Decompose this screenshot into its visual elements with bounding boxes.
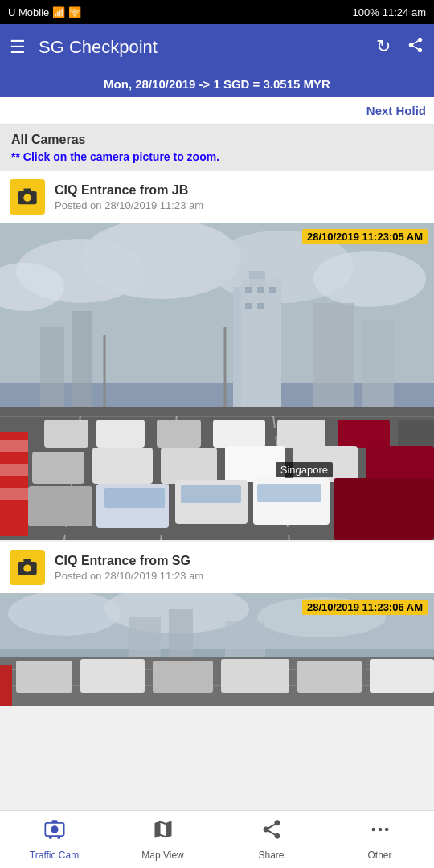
svg-rect-42	[161, 448, 217, 484]
status-bar-left: U Mobile 📶 🛜	[8, 6, 81, 18]
camera-timestamp-1: 28/10/2019 11:23:05 AM	[302, 229, 428, 244]
share-nav-icon	[260, 818, 283, 846]
status-bar-right: 100% 11:24 am	[353, 6, 426, 18]
svg-rect-17	[257, 303, 264, 309]
nav-item-other[interactable]: Other	[326, 811, 434, 868]
status-bar: U Mobile 📶 🛜 100% 11:24 am	[0, 0, 434, 24]
camera-name-2: CIQ Entrance from SG	[55, 554, 203, 568]
svg-rect-39	[398, 420, 434, 448]
camera-details-2: CIQ Entrance from SG Posted on 28/10/201…	[55, 554, 203, 582]
svg-point-82	[378, 828, 382, 832]
carrier-text: U Mobile	[8, 6, 49, 18]
other-icon	[369, 818, 391, 846]
cameras-title: All Cameras	[11, 133, 423, 147]
svg-point-77	[51, 825, 58, 833]
svg-point-8	[313, 251, 426, 307]
svg-rect-73	[297, 661, 362, 693]
camera-icon-2	[10, 550, 45, 585]
svg-rect-14	[257, 287, 264, 293]
svg-rect-32	[0, 488, 28, 500]
svg-rect-57	[23, 559, 31, 563]
svg-rect-18	[40, 327, 64, 407]
svg-rect-31	[0, 464, 28, 476]
nav-label-traffic-cam: Traffic Cam	[30, 850, 79, 861]
svg-rect-53	[257, 484, 321, 502]
app-bar-actions: ↻	[376, 36, 424, 59]
camera-details-1: CIQ Entrance from JB Posted on 28/10/201…	[55, 183, 203, 211]
svg-rect-33	[44, 420, 88, 448]
svg-rect-75	[0, 665, 12, 706]
svg-rect-71	[153, 661, 213, 693]
holiday-text: Next Holid	[366, 104, 426, 117]
svg-rect-46	[28, 486, 92, 526]
svg-rect-25	[0, 416, 434, 417]
holiday-banner[interactable]: Next Holid	[0, 97, 434, 125]
svg-rect-78	[51, 820, 57, 823]
camera-info-2: CIQ Entrance from SG Posted on 28/10/201…	[0, 542, 434, 593]
svg-point-81	[371, 828, 375, 832]
svg-rect-19	[72, 311, 92, 407]
camera-image-2[interactable]: 28/10/2019 11:23:06 AM	[0, 593, 434, 706]
svg-rect-45	[366, 446, 434, 482]
svg-rect-74	[370, 659, 434, 693]
camera-image-1[interactable]: 28/10/2019 11:23:05 AM Singapore	[0, 223, 434, 540]
camera-posted-2: Posted on 28/10/2019 11:23 am	[55, 570, 203, 582]
signal-icon: 📶	[52, 6, 65, 18]
svg-rect-79	[49, 836, 52, 839]
svg-point-83	[384, 828, 388, 832]
nav-label-share: Share	[258, 850, 284, 861]
svg-rect-70	[80, 659, 145, 693]
nav-item-map-view[interactable]: Map View	[108, 811, 217, 868]
svg-rect-50	[334, 478, 434, 540]
camera-info-1: CIQ Entrance from JB Posted on 28/10/201…	[0, 171, 434, 223]
svg-rect-16	[245, 303, 252, 309]
time-text: 11:24 am	[383, 6, 426, 18]
svg-rect-41	[92, 448, 153, 484]
svg-rect-69	[16, 661, 72, 693]
svg-rect-12	[241, 279, 281, 416]
camera-icon-1	[10, 179, 45, 215]
wifi-icon: 🛜	[68, 6, 81, 18]
nav-label-other: Other	[367, 850, 391, 861]
svg-rect-13	[245, 287, 252, 293]
svg-rect-52	[181, 485, 241, 503]
nav-item-share[interactable]: Share	[217, 811, 326, 868]
svg-rect-34	[96, 420, 145, 448]
refresh-icon[interactable]: ↻	[376, 36, 391, 59]
camera-card-2: CIQ Entrance from SG Posted on 28/10/201…	[0, 542, 434, 706]
svg-rect-36	[213, 420, 265, 448]
nav-item-traffic-cam[interactable]: Traffic Cam	[0, 811, 108, 868]
battery-text: 100%	[353, 6, 379, 18]
map-view-icon	[152, 818, 174, 846]
main-content: All Cameras ** Click on the camera pictu…	[0, 125, 434, 765]
svg-rect-30	[0, 440, 28, 452]
menu-icon[interactable]: ☰	[10, 37, 26, 58]
svg-point-56	[23, 565, 31, 572]
app-bar: ☰ SG Checkpoint ↻	[0, 24, 434, 71]
camera-label-singapore: Singapore	[276, 462, 333, 477]
svg-rect-2	[23, 189, 31, 192]
exchange-banner: Mon, 28/10/2019 -> 1 SGD = 3.0515 MYR	[0, 71, 434, 97]
traffic-cam-icon	[43, 818, 66, 846]
svg-rect-80	[57, 836, 60, 839]
svg-rect-20	[313, 303, 354, 416]
camera-posted-1: Posted on 28/10/2019 11:23 am	[55, 199, 203, 211]
camera-name-1: CIQ Entrance from JB	[55, 183, 203, 198]
svg-rect-15	[269, 287, 276, 293]
bottom-nav: Traffic Cam Map View Share Other	[0, 810, 434, 868]
svg-rect-72	[221, 659, 289, 693]
exchange-text: Mon, 28/10/2019 -> 1 SGD = 3.0515 MYR	[104, 77, 330, 91]
svg-rect-37	[277, 420, 326, 448]
nav-label-map-view: Map View	[141, 850, 183, 861]
cameras-hint: ** Click on the camera picture to zoom.	[11, 150, 423, 163]
app-title: SG Checkpoint	[39, 37, 376, 58]
svg-point-1	[23, 194, 31, 202]
svg-rect-21	[362, 319, 394, 416]
svg-rect-51	[104, 488, 165, 508]
camera-timestamp-2: 28/10/2019 11:23:06 AM	[302, 600, 428, 615]
svg-rect-38	[338, 420, 390, 448]
cameras-header: All Cameras ** Click on the camera pictu…	[0, 125, 434, 171]
camera-card-1: CIQ Entrance from JB Posted on 28/10/201…	[0, 171, 434, 540]
share-icon[interactable]	[407, 36, 424, 59]
svg-rect-40	[32, 452, 84, 484]
